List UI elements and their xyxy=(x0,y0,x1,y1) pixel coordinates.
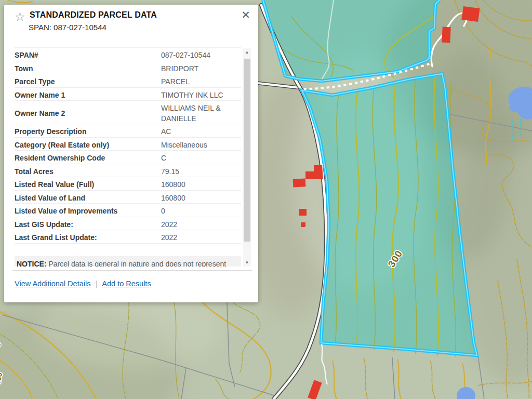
table-row: Parcel Type PARCEL xyxy=(15,74,241,88)
notice-text: NOTICE: Parcel data is general in nature… xyxy=(15,256,241,267)
table-row: SPAN# 087-027-10544 xyxy=(15,47,241,61)
notice-body: Parcel data is general in nature and doe… xyxy=(17,260,226,267)
notice-label: NOTICE: xyxy=(17,260,47,267)
field-value: BRIDPORT xyxy=(161,62,241,74)
field-value: 2022 xyxy=(161,218,241,230)
table-row: Listed Value of Improvements 0 xyxy=(15,204,241,217)
add-to-results-link[interactable]: Add to Results xyxy=(102,280,151,288)
field-label: Category (Real Estate only) xyxy=(15,138,161,150)
field-label: Listed Value of Land xyxy=(15,191,161,203)
popup-title: STANDARDIZED PARCEL DATA xyxy=(30,10,157,20)
field-value: WILLIAMS NEIL & DANIELLE xyxy=(161,101,241,124)
field-value: 2022 xyxy=(161,231,241,243)
field-label: Listed Real Value (Full) xyxy=(15,178,161,190)
parcel-attribute-table: SPAN# 087-027-10544 Town BRIDPORT Parcel… xyxy=(15,47,241,267)
field-value: C xyxy=(161,151,241,163)
table-spacer xyxy=(15,244,241,256)
field-value: 087-027-10544 xyxy=(161,48,241,60)
field-label: Resident Ownership Code xyxy=(15,151,161,163)
field-label: Last GIS Update: xyxy=(15,218,161,230)
footer-links: View Additional Details | Add to Results xyxy=(15,279,151,288)
field-label: Owner Name 2 xyxy=(15,107,161,118)
field-label: SPAN# xyxy=(15,48,161,60)
field-value: 0 xyxy=(161,204,241,216)
field-value: 160800 xyxy=(161,191,241,203)
table-row: Listed Value of Land 160800 xyxy=(15,191,241,204)
field-label: Parcel Type xyxy=(15,75,161,87)
link-separator: | xyxy=(95,279,97,288)
scrollbar[interactable]: ▲ ▼ xyxy=(243,48,251,267)
popup-subtitle: SPAN: 087-027-10544 xyxy=(29,23,107,32)
table-row: Last GIS Update: 2022 xyxy=(15,217,241,231)
footer-divider xyxy=(12,270,252,271)
field-value: AC xyxy=(161,125,241,137)
field-label: Owner Name 1 xyxy=(15,88,161,100)
favorite-star-icon[interactable]: ☆ xyxy=(15,9,25,24)
scrollbar-down-icon[interactable]: ▼ xyxy=(243,259,251,267)
scrollbar-up-icon[interactable]: ▲ xyxy=(243,48,251,56)
table-row: Total Acres 79.15 xyxy=(15,164,241,178)
table-row: Owner Name 1 TIMOTHY INK LLC xyxy=(15,88,241,101)
view-additional-details-link[interactable]: View Additional Details xyxy=(15,280,90,288)
table-row: Listed Real Value (Full) 160800 xyxy=(15,177,241,191)
field-value: Miscellaneous xyxy=(161,138,241,150)
field-value: TIMOTHY INK LLC xyxy=(161,88,241,100)
table-row: Property Description AC xyxy=(15,124,241,138)
field-value: PARCEL xyxy=(161,75,241,87)
field-value: 79.15 xyxy=(161,165,241,177)
table-row: Town BRIDPORT xyxy=(15,61,241,75)
field-label: Property Description xyxy=(15,125,161,137)
field-label: Last Grand List Update: xyxy=(15,231,161,243)
table-row: Owner Name 2 WILLIAMS NEIL & DANIELLE xyxy=(15,101,241,124)
field-label: Town xyxy=(15,62,161,74)
field-label: Listed Value of Improvements xyxy=(15,204,161,216)
scrollbar-thumb[interactable] xyxy=(244,59,250,242)
table-row: Last Grand List Update: 2022 xyxy=(15,230,241,244)
parcel-popup: ☆ STANDARDIZED PARCEL DATA SPAN: 087-027… xyxy=(4,5,258,302)
field-label: Total Acres xyxy=(15,165,161,177)
field-value: 160800 xyxy=(161,178,241,190)
close-icon[interactable]: ✕ xyxy=(240,9,252,21)
table-row: Resident Ownership Code C xyxy=(15,151,241,164)
table-row: Category (Real Estate only) Miscellaneou… xyxy=(15,138,241,151)
